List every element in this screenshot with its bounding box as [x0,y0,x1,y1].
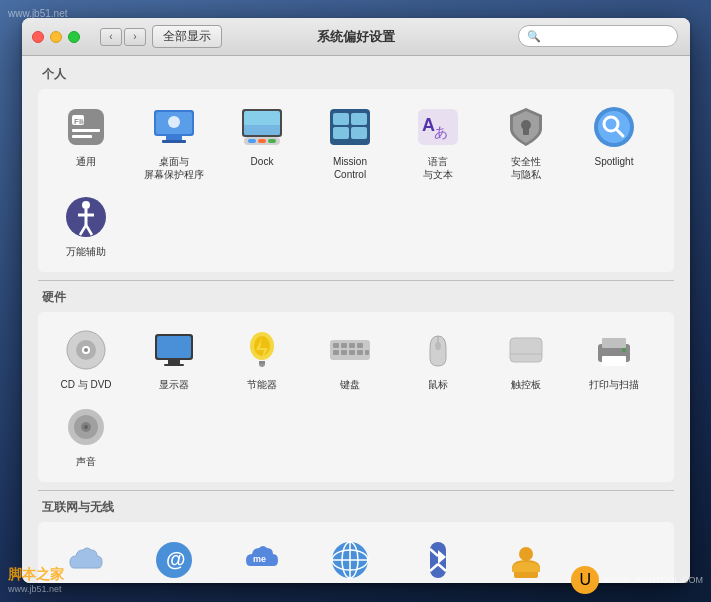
svg-rect-64 [602,338,626,348]
spotlight-label: Spotlight [595,155,634,168]
pref-item-mail[interactable]: @ 邮件、通讯录、日历 [130,530,218,583]
section-title-hardware: 硬件 [38,289,674,306]
svg-rect-0 [68,109,104,145]
back-button[interactable]: ‹ [100,28,122,46]
spotlight-icon [590,103,638,151]
pref-item-universal[interactable]: 万能辅助 [42,187,130,264]
maximize-button[interactable] [68,31,80,43]
divider-hardware [38,280,674,281]
sound-icon [62,403,110,451]
pref-item-energy[interactable]: 节能器 [218,320,306,397]
pref-item-mobileme[interactable]: me MobileMe [218,530,306,583]
print-label: 打印与扫描 [589,378,639,391]
mission-label: MissionControl [333,155,367,181]
svg-text:me: me [253,554,266,564]
svg-text:@: @ [166,548,186,570]
titlebar: ‹ › 全部显示 系统偏好设置 🔍 [22,18,690,56]
nav-buttons: ‹ › [100,28,146,46]
svg-rect-50 [333,343,339,348]
pref-item-mouse[interactable]: 鼠标 [394,320,482,397]
language-icon: Aあ [414,103,462,151]
svg-rect-57 [357,350,363,355]
svg-rect-2 [72,129,100,132]
security-label: 安全性与隐私 [511,155,541,181]
pref-item-print[interactable]: 打印与扫描 [570,320,658,397]
keyboard-label: 键盘 [340,378,360,391]
svg-rect-15 [258,139,266,143]
pref-item-trackpad[interactable]: 触控板 [482,320,570,397]
svg-rect-8 [162,140,186,143]
mouse-icon [414,326,462,374]
universal-label: 万能辅助 [66,245,106,258]
cddvd-icon [62,326,110,374]
svg-rect-53 [357,343,363,348]
section-items-personal: Flic 通用 桌面与屏幕保护程序 Dock [38,89,674,272]
sharing-icon [502,536,550,583]
pref-item-bluetooth[interactable]: 蓝牙 [394,530,482,583]
security-icon [502,103,550,151]
pref-item-mission[interactable]: MissionControl [306,97,394,187]
sound-label: 声音 [76,455,96,468]
section-hardware: 硬件 CD 与 DVD 显示器 [38,289,674,482]
svg-point-66 [622,348,626,352]
pref-item-display[interactable]: 显示器 [130,320,218,397]
forward-button[interactable]: › [124,28,146,46]
svg-rect-44 [164,364,184,366]
pref-item-network[interactable]: 网络 [306,530,394,583]
search-box[interactable]: 🔍 [518,25,678,47]
pref-item-keyboard[interactable]: 键盘 [306,320,394,397]
svg-text:Flic: Flic [74,117,88,126]
svg-rect-42 [157,336,191,358]
svg-point-40 [84,348,88,352]
pref-item-cddvd[interactable]: CD 与 DVD [42,320,130,397]
svg-rect-61 [510,338,542,362]
mobileme-icon: me [238,536,286,583]
preferences-window: ‹ › 全部显示 系统偏好设置 🔍 个人 Flic 通用 [22,18,690,583]
svg-point-60 [435,342,441,350]
svg-rect-54 [333,350,339,355]
universal-icon [62,193,110,241]
print-icon [590,326,638,374]
mouse-label: 鼠标 [428,378,448,391]
svg-point-32 [82,201,90,209]
svg-point-46 [254,336,270,356]
svg-rect-12 [244,125,280,135]
svg-rect-3 [72,135,92,138]
pref-item-dock[interactable]: Dock [218,97,306,187]
pref-item-sharing[interactable]: 共享 [482,530,570,583]
svg-rect-52 [349,343,355,348]
section-personal: 个人 Flic 通用 桌面与屏幕保护程序 [38,66,674,272]
svg-rect-18 [333,113,349,125]
display-icon [150,326,198,374]
svg-rect-43 [168,360,180,364]
svg-rect-56 [349,350,355,355]
content-area: 个人 Flic 通用 桌面与屏幕保护程序 [22,56,690,583]
pref-item-security[interactable]: 安全性与隐私 [482,97,570,187]
svg-rect-14 [248,139,256,143]
svg-point-83 [519,547,533,561]
show-all-button[interactable]: 全部显示 [152,25,222,48]
watermark-top: www.jb51.net [8,8,67,19]
minimize-button[interactable] [50,31,62,43]
svg-point-9 [168,116,180,128]
section-title-personal: 个人 [38,66,674,83]
divider-internet [38,490,674,491]
svg-rect-7 [166,136,182,140]
svg-rect-26 [523,128,529,135]
watermark-bottom-right: U WWW.UPANTOOL.COM [571,566,703,594]
pref-item-sound[interactable]: 声音 [42,397,130,474]
pref-item-spotlight[interactable]: Spotlight [570,97,658,187]
pref-item-desktop[interactable]: 桌面与屏幕保护程序 [130,97,218,187]
pref-item-general[interactable]: Flic 通用 [42,97,130,187]
svg-rect-51 [341,343,347,348]
window-title: 系统偏好设置 [317,28,395,46]
svg-point-28 [598,111,630,143]
close-button[interactable] [32,31,44,43]
bluetooth-icon [414,536,462,583]
trackpad-label: 触控板 [511,378,541,391]
pref-item-language[interactable]: Aあ 语言与文本 [394,97,482,187]
icloud-icon [62,536,110,583]
general-icon: Flic [62,103,110,151]
dock-icon [238,103,286,151]
svg-rect-21 [351,127,367,139]
